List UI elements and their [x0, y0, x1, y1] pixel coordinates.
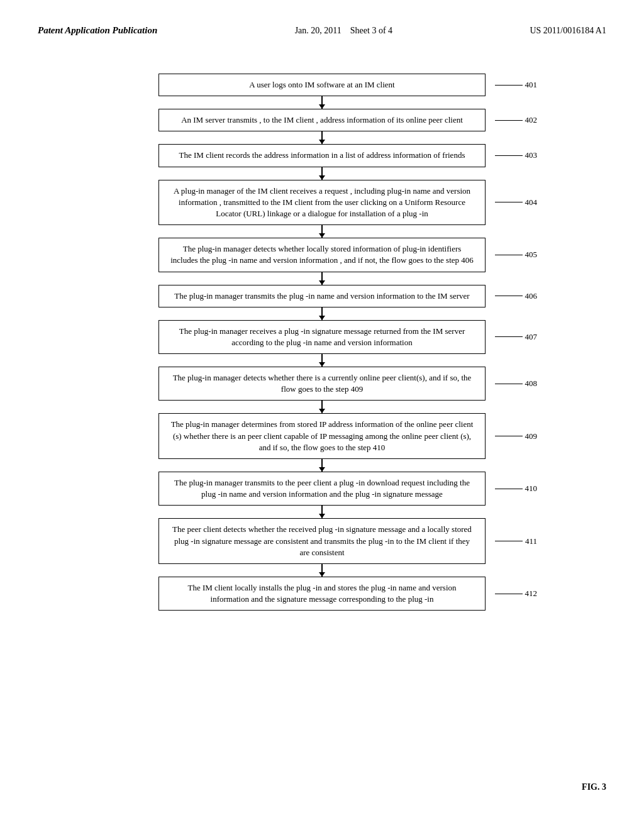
- step-line-405: [495, 255, 523, 255]
- step-line-409: [495, 436, 523, 436]
- step-number-407: 407: [525, 332, 538, 342]
- step-label-412: 412: [495, 589, 538, 599]
- flow-box-row-409: The plug-in manager determines from stor…: [38, 413, 606, 459]
- step-box-402: An IM server transmits , to the IM clien…: [158, 109, 486, 131]
- arrow-0: [38, 96, 606, 109]
- step-line-404: [495, 202, 523, 202]
- arrow-3: [38, 225, 606, 238]
- step-line-402: [495, 120, 523, 121]
- arrow-10: [38, 564, 606, 577]
- step-label-411: 411: [495, 536, 537, 546]
- arrowhead-7: [319, 409, 325, 413]
- flow-box-row-401: A user logs onto IM software at an IM cl…: [38, 74, 606, 96]
- step-line-407: [495, 336, 523, 337]
- arrow-5: [38, 307, 606, 320]
- arrowhead-6: [319, 362, 325, 367]
- step-number-412: 412: [525, 589, 538, 599]
- arrowhead-8: [319, 467, 325, 472]
- arrowhead-4: [319, 280, 325, 285]
- step-label-408: 408: [495, 379, 538, 389]
- date-label: Jan. 20, 2011 Sheet 3 of 4: [295, 26, 392, 36]
- flow-box-row-405: The plug-in manager detects whether loca…: [38, 238, 606, 272]
- flowchart: A user logs onto IM software at an IM cl…: [38, 74, 606, 611]
- arrowhead-5: [319, 316, 325, 320]
- arrow-line-9: [321, 506, 323, 518]
- step-box-410: The plug-in manager transmits to the pee…: [158, 472, 486, 506]
- step-number-403: 403: [525, 150, 538, 160]
- step-number-410: 410: [525, 484, 538, 494]
- arrow-line-4: [321, 272, 323, 285]
- step-line-410: [495, 489, 523, 489]
- step-label-403: 403: [495, 150, 538, 160]
- flow-box-row-404: A plug-in manager of the IM client recei…: [38, 180, 606, 226]
- step-line-412: [495, 594, 523, 594]
- arrow-line-6: [321, 354, 323, 367]
- step-label-402: 402: [495, 115, 538, 125]
- flow-box-row-410: The plug-in manager transmits to the pee…: [38, 472, 606, 506]
- step-number-406: 406: [525, 291, 538, 301]
- step-number-402: 402: [525, 115, 538, 125]
- arrow-7: [38, 401, 606, 413]
- step-line-406: [495, 296, 523, 296]
- step-label-407: 407: [495, 332, 538, 342]
- flow-box-row-402: An IM server transmits , to the IM clien…: [38, 109, 606, 131]
- arrow-line-10: [321, 564, 323, 577]
- arrow-1: [38, 131, 606, 144]
- step-label-410: 410: [495, 484, 538, 494]
- flow-box-row-403: The IM client records the address inform…: [38, 144, 606, 167]
- step-box-411: The peer client detects whether the rece…: [158, 518, 486, 564]
- flow-box-row-407: The plug-in manager receives a plug -in …: [38, 320, 606, 354]
- arrowhead-9: [319, 514, 325, 518]
- step-label-404: 404: [495, 197, 538, 208]
- arrowhead-2: [319, 175, 325, 180]
- arrow-line-5: [321, 307, 323, 320]
- step-box-403: The IM client records the address inform…: [158, 144, 486, 167]
- arrow-line-8: [321, 459, 323, 472]
- step-box-409: The plug-in manager determines from stor…: [158, 413, 486, 459]
- step-box-412: The IM client locally installs the plug …: [158, 577, 486, 611]
- arrow-8: [38, 459, 606, 472]
- step-label-401: 401: [495, 80, 538, 90]
- step-line-408: [495, 384, 523, 384]
- step-line-401: [495, 85, 523, 86]
- arrow-4: [38, 272, 606, 285]
- arrow-line-2: [321, 167, 323, 180]
- step-box-407: The plug-in manager receives a plug -in …: [158, 320, 486, 354]
- step-number-411: 411: [525, 536, 537, 546]
- step-line-403: [495, 155, 523, 156]
- step-number-408: 408: [525, 379, 538, 389]
- arrow-2: [38, 167, 606, 180]
- flow-box-row-411: The peer client detects whether the rece…: [38, 518, 606, 564]
- flow-box-row-408: The plug-in manager detects whether ther…: [38, 367, 606, 401]
- page-header: Patent Application Publication Jan. 20, …: [38, 25, 606, 36]
- step-label-405: 405: [495, 250, 538, 260]
- publication-label: Patent Application Publication: [38, 25, 157, 36]
- arrow-line-1: [321, 131, 323, 144]
- arrowhead-10: [319, 572, 325, 577]
- step-line-411: [495, 541, 523, 541]
- arrow-9: [38, 506, 606, 518]
- step-number-401: 401: [525, 80, 538, 90]
- step-label-409: 409: [495, 431, 538, 441]
- figure-label: FIG. 3: [582, 782, 606, 792]
- patent-page: Patent Application Publication Jan. 20, …: [0, 0, 644, 830]
- step-box-401: A user logs onto IM software at an IM cl…: [158, 74, 486, 96]
- arrow-line-7: [321, 401, 323, 413]
- arrow-line-3: [321, 225, 323, 238]
- step-box-405: The plug-in manager detects whether loca…: [158, 238, 486, 272]
- step-label-406: 406: [495, 291, 538, 301]
- patent-number: US 2011/0016184 A1: [530, 26, 606, 36]
- arrow-line-0: [321, 96, 323, 109]
- flow-box-row-412: The IM client locally installs the plug …: [38, 577, 606, 611]
- arrowhead-0: [319, 104, 325, 109]
- step-box-406: The plug-in manager transmits the plug -…: [158, 285, 486, 307]
- step-box-404: A plug-in manager of the IM client recei…: [158, 180, 486, 226]
- step-number-409: 409: [525, 431, 538, 441]
- step-number-404: 404: [525, 197, 538, 208]
- step-number-405: 405: [525, 250, 538, 260]
- arrowhead-3: [319, 233, 325, 238]
- step-box-408: The plug-in manager detects whether ther…: [158, 367, 486, 401]
- arrow-6: [38, 354, 606, 367]
- arrowhead-1: [319, 140, 325, 144]
- flow-box-row-406: The plug-in manager transmits the plug -…: [38, 285, 606, 307]
